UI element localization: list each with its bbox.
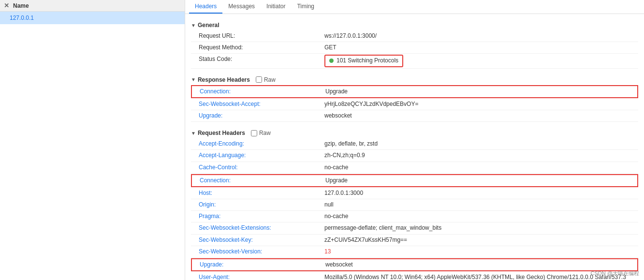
sec-ext-value: permessage-deflate; client_max_window_bi…: [324, 223, 638, 233]
request-upgrade-value: websocket: [325, 260, 637, 269]
accept-language-value: zh-CN,zh;q=0.9: [324, 151, 638, 160]
request-headers-triangle-icon: ▼: [191, 131, 196, 136]
network-entry[interactable]: 127.0.0.1: [0, 12, 185, 24]
accept-language-row: Accept-Language: zh-CN,zh;q=0.9: [191, 150, 638, 162]
response-raw-checkbox[interactable]: [256, 76, 262, 83]
pragma-value: no-cache: [324, 212, 638, 221]
tabs-bar: Headers Messages Initiator Timing: [185, 0, 644, 14]
request-raw-checkbox-label[interactable]: Raw: [251, 130, 271, 136]
request-method-value: GET: [324, 43, 638, 52]
tab-messages[interactable]: Messages: [222, 0, 261, 14]
network-panel-header: ✕ Name: [0, 0, 185, 12]
response-sec-accept-value: yHrjLo8zeQCYJLzdKVdpedEBvOY=: [324, 100, 638, 109]
response-upgrade-row: Upgrade: websocket: [191, 110, 638, 122]
request-raw-checkbox[interactable]: [251, 130, 257, 136]
status-dot-icon: [329, 59, 334, 63]
user-agent-label: User-Agent:: [199, 273, 324, 280]
response-headers-triangle-icon: ▼: [191, 77, 196, 82]
origin-label: Origin:: [199, 200, 324, 209]
response-sec-accept-label: Sec-Websocket-Accept:: [199, 100, 324, 109]
sec-key-label: Sec-Websocket-Key:: [199, 236, 324, 245]
status-code-row: Status Code: 101 Switching Protocols: [191, 54, 638, 68]
sec-ext-label: Sec-Websocket-Extensions:: [199, 223, 324, 233]
response-upgrade-value: websocket: [324, 111, 638, 120]
sec-ext-row: Sec-Websocket-Extensions: permessage-def…: [191, 222, 638, 234]
request-method-label: Request Method:: [199, 43, 324, 52]
cache-control-row: Cache-Control: no-cache: [191, 162, 638, 174]
content-area: ▼ General Request URL: ws://127.0.0.1:30…: [185, 14, 644, 280]
tab-timing[interactable]: Timing: [291, 0, 320, 14]
response-connection-label: Connection:: [200, 87, 325, 96]
cache-control-label: Cache-Control:: [199, 163, 324, 172]
request-connection-row: Connection: Upgrade: [191, 174, 638, 187]
close-icon[interactable]: ✕: [4, 2, 9, 9]
accept-encoding-row: Accept-Encoding: gzip, deflate, br, zstd: [191, 138, 638, 150]
sec-version-row: Sec-Websocket-Version: 13: [191, 246, 638, 258]
host-label: Host:: [199, 189, 324, 198]
pragma-label: Pragma:: [199, 212, 324, 221]
request-headers-section-header[interactable]: ▼ Request Headers Raw: [191, 130, 638, 136]
response-connection-value: Upgrade: [325, 87, 637, 96]
tab-initiator[interactable]: Initiator: [261, 0, 291, 14]
general-section-header[interactable]: ▼ General: [191, 22, 638, 29]
accept-encoding-value: gzip, deflate, br, zstd: [324, 139, 638, 148]
right-panel: Headers Messages Initiator Timing ▼ Gene…: [185, 0, 644, 280]
status-code-value: 101 Switching Protocols: [324, 55, 638, 67]
left-panel: ✕ Name 127.0.0.1: [0, 0, 185, 280]
request-upgrade-row: Upgrade: websocket: [191, 258, 638, 271]
status-code-text: 101 Switching Protocols: [337, 56, 398, 65]
cache-control-value: no-cache: [324, 163, 638, 172]
response-upgrade-label: Upgrade:: [199, 111, 324, 120]
network-entry-label: 127.0.0.1: [10, 15, 34, 21]
origin-value: null: [324, 200, 638, 209]
accept-language-label: Accept-Language:: [199, 151, 324, 160]
sec-key-value: zZ+CUiV54ZX7uKssKH57mg==: [324, 236, 638, 245]
request-connection-label: Connection:: [200, 176, 325, 185]
request-method-row: Request Method: GET: [191, 42, 638, 54]
general-triangle-icon: ▼: [191, 23, 196, 28]
pragma-row: Pragma: no-cache: [191, 211, 638, 222]
sec-version-label: Sec-Websocket-Version:: [199, 247, 324, 256]
sec-key-row: Sec-Websocket-Key: zZ+CUiV54ZX7uKssKH57m…: [191, 235, 638, 246]
status-badge: 101 Switching Protocols: [324, 55, 403, 67]
response-headers-label: Response Headers: [198, 76, 250, 83]
tab-headers[interactable]: Headers: [189, 0, 222, 14]
response-raw-checkbox-label[interactable]: Raw: [256, 76, 276, 83]
origin-row: Origin: null: [191, 199, 638, 211]
request-url-value: ws://127.0.0.1:3000/: [324, 31, 638, 41]
user-agent-row: User-Agent: Mozilla/5.0 (Windows NT 10.0…: [191, 272, 638, 280]
name-column-header: Name: [13, 2, 29, 9]
host-value: 127.0.0.1:3000: [324, 189, 638, 198]
request-upgrade-label: Upgrade:: [200, 260, 325, 269]
response-sec-accept-row: Sec-Websocket-Accept: yHrjLo8zeQCYJLzdKV…: [191, 99, 638, 110]
accept-encoding-label: Accept-Encoding:: [199, 139, 324, 148]
request-url-row: Request URL: ws://127.0.0.1:3000/: [191, 30, 638, 42]
watermark: CSDN @大喵在编程: [591, 270, 639, 277]
response-headers-section-header[interactable]: ▼ Response Headers Raw: [191, 76, 638, 83]
request-headers-label: Request Headers: [198, 130, 245, 136]
status-code-label: Status Code:: [199, 55, 324, 64]
host-row: Host: 127.0.0.1:3000: [191, 188, 638, 199]
request-connection-value: Upgrade: [325, 176, 637, 185]
request-url-label: Request URL:: [199, 31, 324, 41]
response-connection-row: Connection: Upgrade: [191, 85, 638, 98]
sec-version-value: 13: [324, 247, 638, 256]
general-section-label: General: [198, 22, 220, 29]
